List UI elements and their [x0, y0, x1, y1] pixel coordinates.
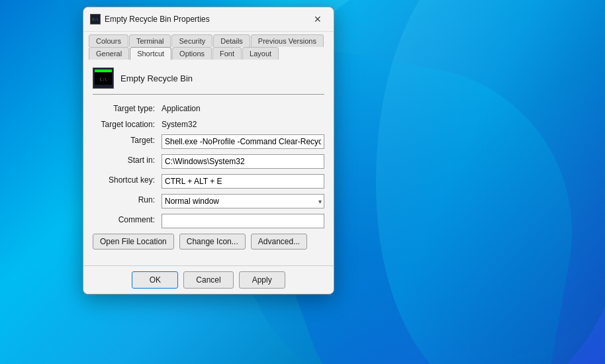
- titlebar-app-icon: C:\: [90, 14, 101, 24]
- dialog-body: C:\ Empty Recycle Bin Target type: Appli…: [83, 60, 334, 265]
- tab-row-2: General Shortcut Options Font Layout: [89, 47, 328, 60]
- tab-security[interactable]: Security: [171, 34, 212, 47]
- shortcut-key-label: Shortcut key:: [93, 174, 159, 185]
- close-button[interactable]: ✕: [308, 13, 327, 26]
- target-row: Target:: [93, 134, 324, 149]
- comment-input[interactable]: [162, 214, 324, 228]
- tab-colours[interactable]: Colours: [89, 34, 128, 47]
- tab-font[interactable]: Font: [212, 47, 242, 60]
- start-in-label: Start in:: [93, 154, 159, 165]
- start-in-row: Start in:: [93, 154, 324, 169]
- properties-dialog: C:\ Empty Recycle Bin Properties ✕ Colou…: [83, 7, 334, 295]
- apply-button[interactable]: Apply: [239, 271, 285, 289]
- target-type-value: Application: [162, 103, 201, 113]
- target-location-label: Target location:: [93, 118, 159, 129]
- tab-terminal[interactable]: Terminal: [129, 34, 171, 47]
- comment-row: Comment:: [93, 214, 324, 228]
- tab-shortcut[interactable]: Shortcut: [130, 47, 171, 60]
- app-name-label: Empty Recycle Bin: [120, 73, 193, 83]
- app-header: C:\ Empty Recycle Bin: [93, 68, 324, 95]
- dialog-title: Empty Recycle Bin Properties: [105, 15, 210, 24]
- action-buttons: Open File Location Change Icon... Advanc…: [93, 234, 324, 250]
- tab-previous-versions[interactable]: Previous Versions: [251, 34, 324, 47]
- titlebar-left: C:\ Empty Recycle Bin Properties: [90, 14, 210, 24]
- start-in-input[interactable]: [162, 154, 324, 169]
- shortcut-key-row: Shortcut key:: [93, 174, 324, 189]
- tab-layout[interactable]: Layout: [242, 47, 279, 60]
- target-location-row: Target location: System32: [93, 118, 324, 129]
- run-select-wrapper: Normal window Minimized Maximized ▾: [162, 194, 324, 208]
- tab-general[interactable]: General: [89, 47, 129, 60]
- tab-details[interactable]: Details: [213, 34, 250, 47]
- run-label: Run:: [93, 194, 159, 205]
- app-icon: C:\: [93, 68, 114, 89]
- run-select[interactable]: Normal window Minimized Maximized: [162, 194, 324, 208]
- change-icon-button[interactable]: Change Icon...: [179, 234, 246, 250]
- comment-label: Comment:: [93, 214, 159, 224]
- target-input[interactable]: [162, 134, 324, 149]
- open-file-location-button[interactable]: Open File Location: [93, 234, 174, 250]
- titlebar: C:\ Empty Recycle Bin Properties ✕: [83, 7, 334, 32]
- cancel-button[interactable]: Cancel: [183, 271, 233, 289]
- target-type-label: Target type:: [93, 103, 159, 113]
- ok-button[interactable]: OK: [132, 271, 178, 289]
- run-row: Run: Normal window Minimized Maximized ▾: [93, 194, 324, 208]
- target-label: Target:: [93, 134, 159, 145]
- tabbar: Colours Terminal Security Details Previo…: [83, 32, 334, 60]
- dialog-footer: OK Cancel Apply: [83, 265, 334, 294]
- tab-row-1: Colours Terminal Security Details Previo…: [89, 34, 328, 47]
- tab-options[interactable]: Options: [172, 47, 212, 60]
- target-location-value: System32: [162, 118, 197, 129]
- shortcut-key-input[interactable]: [162, 174, 324, 189]
- target-type-row: Target type: Application: [93, 103, 324, 113]
- advanced-button[interactable]: Advanced...: [251, 234, 307, 250]
